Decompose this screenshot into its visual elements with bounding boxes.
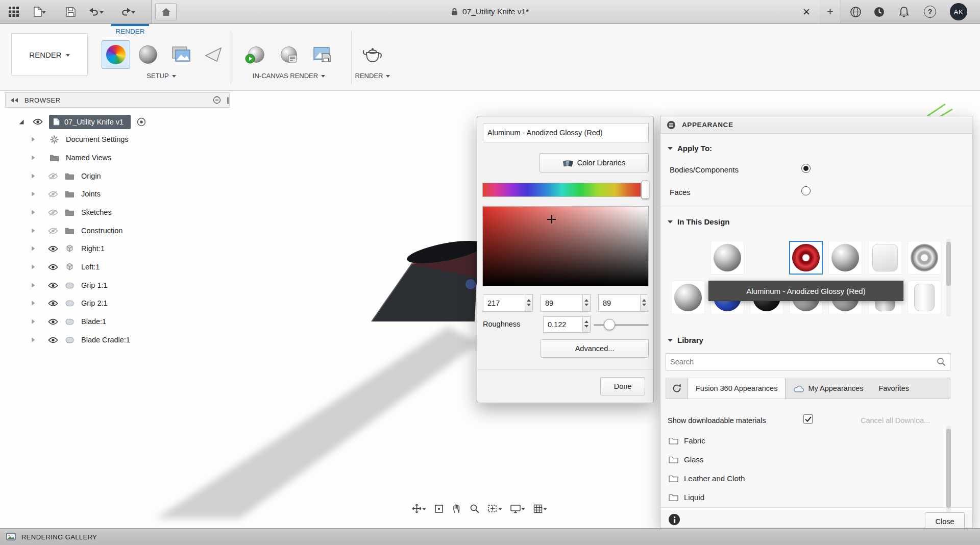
visibility-eye-icon[interactable] [48,300,58,307]
search-input[interactable] [666,353,950,370]
swatch-scrollbar-thumb[interactable] [946,242,951,286]
redo-button[interactable] [115,0,140,23]
apply-faces-radio[interactable] [801,186,811,195]
library-scrollbar-thumb[interactable] [946,429,951,508]
advanced-button[interactable]: Advanced... [541,339,649,358]
disclosure-triangle[interactable] [31,318,37,325]
decal-tool-button[interactable] [199,40,228,69]
tab-my-appearances[interactable]: My Appearances [786,378,871,399]
help-button[interactable]: ? [921,0,939,23]
swatch-silver-sphere[interactable] [710,241,744,275]
roughness-stepper[interactable] [583,316,591,333]
browser-item-blade-cradle-body[interactable]: Blade Cradle:1 [5,332,130,348]
panel-resize-grip[interactable] [227,97,229,104]
browser-item-blade-body[interactable]: Blade:1 [5,313,106,330]
red-value-stepper[interactable] [525,294,533,312]
appearance-tool-button[interactable] [102,40,130,69]
tab-render[interactable]: RENDER [111,24,149,35]
apply-bodies-radio[interactable] [801,164,811,173]
account-button[interactable]: AK [948,0,969,23]
red-value-input[interactable] [483,294,525,312]
root-expand-triangle[interactable] [18,119,24,125]
job-status-button[interactable] [870,0,888,23]
browser-item-sketches[interactable]: Sketches [5,204,112,220]
display-settings-button[interactable] [510,504,525,514]
refresh-library-button[interactable] [666,378,688,399]
swatch-red-anodized-selected[interactable] [789,241,823,275]
disclosure-triangle[interactable] [31,209,37,215]
close-document-button[interactable]: ✕ [797,0,816,23]
in-canvas-render-settings-button[interactable] [275,40,303,69]
browser-item-right-component[interactable]: Right:1 [5,240,105,257]
appearance-panel-header[interactable]: APPEARANCE [660,116,972,134]
notifications-button[interactable] [895,0,913,23]
browser-item-left-component[interactable]: Left:1 [5,259,100,275]
texture-map-controls-button[interactable] [166,40,195,69]
in-this-design-section-header[interactable]: In This Design [668,217,730,226]
disclosure-triangle[interactable] [31,191,37,197]
visibility-eye-icon[interactable] [48,318,58,325]
visibility-off-eye-icon[interactable] [48,209,58,216]
disclosure-triangle[interactable] [31,136,37,142]
close-panel-button[interactable]: Close [925,512,965,530]
rendering-gallery-button[interactable]: RENDERING GALLERY [21,533,97,541]
capture-image-button[interactable] [307,40,336,69]
pan-button[interactable] [452,503,462,514]
browser-item-named-views[interactable]: Named Views [5,150,111,166]
library-folder-leather-and-cloth[interactable]: Leather and Cloth [669,470,745,486]
swatch-silver-sphere[interactable] [671,281,705,314]
grid-settings-button[interactable] [533,504,547,514]
save-button[interactable] [61,0,80,23]
swatch-frosted-white[interactable] [868,241,902,275]
render-tool-button[interactable] [358,40,387,69]
green-value-input[interactable] [541,294,583,312]
activate-component-radio[interactable] [137,117,146,127]
disclosure-triangle[interactable] [31,155,37,161]
saturation-value-field[interactable] [482,206,649,286]
visibility-eye-icon[interactable] [48,337,58,343]
disclosure-triangle[interactable] [31,282,37,288]
workspace-switcher[interactable]: RENDER [11,33,88,76]
new-tab-button[interactable]: + [820,0,841,23]
root-selected-pill[interactable]: 07_Utility Knife v1 [49,115,131,129]
disclosure-triangle[interactable] [31,173,37,179]
scene-settings-button[interactable] [134,40,162,69]
setup-group-dropdown[interactable]: SETUP [132,72,191,80]
hue-slider-handle[interactable] [642,181,649,199]
visibility-eye-icon[interactable] [48,264,58,270]
roughness-input[interactable] [543,316,583,333]
disclosure-triangle[interactable] [31,264,37,270]
disclosure-triangle[interactable] [31,300,37,306]
swatch-silver-ring[interactable] [908,241,941,275]
visibility-off-eye-icon[interactable] [48,228,58,234]
undo-button[interactable] [84,0,108,23]
library-folder-liquid[interactable]: Liquid [669,489,704,505]
library-section-header[interactable]: Library [668,336,703,344]
extensions-button[interactable] [846,0,865,23]
library-folder-glass[interactable]: Glass [669,452,703,467]
apply-to-section-header[interactable]: Apply To: [668,144,712,153]
visibility-off-eye-icon[interactable] [48,173,58,180]
file-menu-button[interactable] [29,0,51,23]
roughness-slider-track[interactable] [594,324,649,326]
in-canvas-render-group-dropdown[interactable]: IN-CANVAS RENDER [232,72,346,80]
done-button[interactable]: Done [600,377,645,395]
blue-value-stepper[interactable] [641,294,648,312]
show-downloadable-checkbox[interactable] [803,414,813,424]
search-icon[interactable] [937,357,946,366]
disclosure-triangle[interactable] [31,337,37,343]
browser-item-joints[interactable]: Joints [5,186,101,202]
root-visibility-eye-icon[interactable] [33,118,43,125]
browser-item-construction[interactable]: Construction [5,222,122,239]
home-button[interactable] [155,3,177,20]
tab-fusion-appearances[interactable]: Fusion 360 Appearances [688,378,786,399]
blue-value-input[interactable] [598,294,641,312]
disclosure-triangle[interactable] [31,228,37,234]
collapse-browser-icon[interactable] [10,97,18,103]
browser-item-grip2-body[interactable]: Grip 2:1 [5,295,108,311]
visibility-eye-icon[interactable] [48,282,58,289]
cancel-downloads-link[interactable]: Cancel all Downloa... [861,416,930,425]
visibility-eye-icon[interactable] [48,245,58,252]
color-libraries-button[interactable]: Color Libraries [540,153,649,172]
app-grid-icon[interactable] [4,0,23,23]
